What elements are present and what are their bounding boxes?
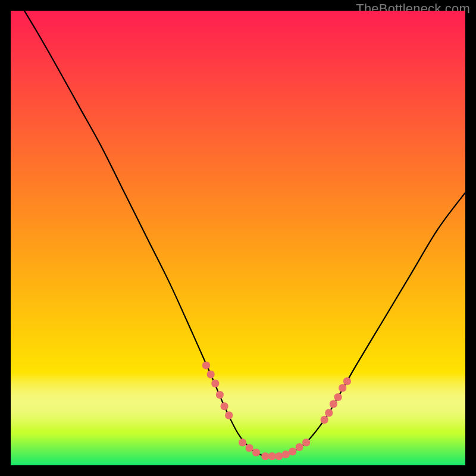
data-dot xyxy=(325,409,333,417)
data-dot xyxy=(302,439,310,446)
data-dot xyxy=(321,416,328,424)
curve-layer xyxy=(11,11,465,465)
data-dot xyxy=(289,448,296,456)
data-dot xyxy=(296,443,303,451)
data-dot xyxy=(239,439,246,446)
data-dot xyxy=(334,393,342,401)
data-dot xyxy=(275,452,283,460)
data-dot xyxy=(216,391,224,399)
data-dot xyxy=(343,377,351,385)
data-dot xyxy=(202,361,210,369)
data-dot xyxy=(207,371,215,378)
bottleneck-curve xyxy=(24,11,465,457)
chart-stage: TheBottleneck.com xyxy=(0,0,476,476)
data-dot xyxy=(268,452,276,460)
plot-area xyxy=(11,11,465,465)
data-dot xyxy=(261,452,269,460)
data-dot xyxy=(211,380,219,387)
data-dot xyxy=(246,444,253,452)
data-dot xyxy=(282,450,290,458)
data-dot xyxy=(339,384,346,392)
data-dot xyxy=(330,400,337,408)
data-dot xyxy=(252,449,260,456)
data-dots-group xyxy=(202,361,351,460)
data-dot xyxy=(221,402,228,410)
data-dot xyxy=(225,412,233,419)
